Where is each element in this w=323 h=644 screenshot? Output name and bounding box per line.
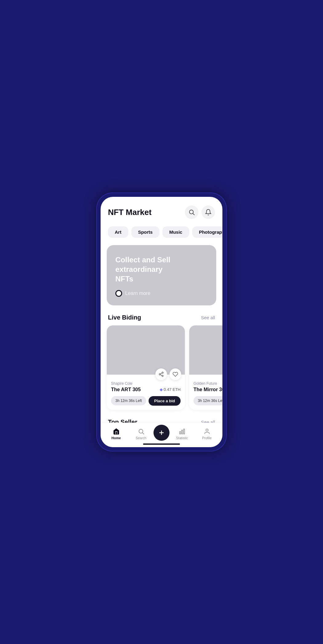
nav-profile-label: Profile (202, 436, 212, 440)
nav-statistic-label: Statistic (176, 436, 188, 440)
search-header-icon (188, 209, 195, 216)
bid-card-1: Shapire Cole The ART 305 ◆ 0.47 ETH 3h 1… (107, 325, 185, 410)
statistic-icon-wrapper (178, 428, 186, 435)
nav-statistic[interactable]: Statistic (169, 428, 194, 440)
banner-title: Collect and Sell extraordinary NFTs (115, 255, 177, 284)
nav-home[interactable]: Home (104, 428, 129, 440)
app-title: NFT Market (108, 208, 152, 217)
bottom-nav: Home Search (101, 423, 222, 447)
live-biding-see-all[interactable]: See all (201, 315, 215, 320)
bid-card-actions-1 (155, 368, 181, 380)
promo-banner: Collect and Sell extraordinary NFTs Lear… (107, 245, 216, 305)
live-biding-header: Live Biding See all (101, 312, 222, 325)
bid-footer-1: 3h 12m 36s Left Place a bid (111, 396, 181, 406)
svg-point-14 (206, 429, 208, 431)
nav-profile[interactable]: Profile (194, 428, 219, 440)
app-header: NFT Market (101, 197, 222, 224)
main-scroll[interactable]: NFT Market (101, 197, 222, 447)
svg-line-8 (142, 433, 144, 434)
svg-rect-12 (181, 430, 183, 434)
category-photography[interactable]: Photography (192, 226, 222, 238)
bid-card-body-2: Golden Future The Mirror 306 ◆ 0.52 ETH … (189, 375, 222, 410)
svg-rect-11 (179, 431, 181, 434)
bell-icon (205, 209, 212, 216)
bid-timer-2: 3h 12m 36s Left (193, 396, 222, 405)
statistic-icon (179, 428, 185, 435)
nav-search[interactable]: Search (129, 428, 154, 440)
category-sports[interactable]: Sports (131, 226, 160, 238)
profile-icon (204, 428, 210, 435)
share-button-1[interactable] (155, 368, 167, 380)
bid-timer-1: 3h 12m 36s Left (111, 396, 146, 405)
bid-creator-2: Golden Future (193, 381, 222, 386)
banner-cta-text: Learn more (125, 291, 150, 296)
like-button-1[interactable] (169, 368, 181, 380)
heart-icon (173, 372, 178, 377)
bid-price-1: ◆ 0.47 ETH (160, 387, 181, 392)
svg-point-2 (162, 372, 163, 373)
biding-cards-scroll[interactable]: Shapire Cole The ART 305 ◆ 0.47 ETH 3h 1… (101, 325, 222, 416)
header-actions (185, 205, 215, 219)
svg-point-0 (189, 210, 193, 214)
phone-screen: NFT Market (101, 197, 222, 447)
plus-icon (158, 429, 165, 436)
bid-name-2: The Mirror 306 (193, 387, 222, 392)
svg-line-6 (160, 373, 162, 374)
notification-button[interactable] (201, 205, 215, 219)
bid-footer-2: 3h 12m 36s Left (193, 396, 222, 405)
category-music[interactable]: Music (162, 226, 189, 238)
place-bid-button-1[interactable]: Place a bid (149, 396, 181, 406)
svg-rect-13 (183, 429, 185, 434)
category-art[interactable]: Art (108, 226, 128, 238)
svg-line-5 (160, 375, 162, 376)
search-header-button[interactable] (185, 205, 198, 219)
category-list: Art Sports Music Photography (101, 224, 222, 243)
nav-search-label: Search (136, 436, 146, 440)
phone-frame: NFT Market (97, 193, 226, 451)
home-icon (113, 428, 120, 435)
search-icon-wrapper (138, 428, 145, 435)
bid-name-1: The ART 305 (111, 387, 141, 392)
svg-point-3 (159, 373, 161, 375)
svg-line-1 (193, 213, 194, 215)
bid-creator-1: Shapire Cole (111, 381, 181, 386)
banner-dot-icon (115, 290, 122, 297)
nav-home-label: Home (111, 436, 121, 440)
bid-card-2: Golden Future The Mirror 306 ◆ 0.52 ETH … (189, 325, 222, 410)
bid-name-row-1: The ART 305 ◆ 0.47 ETH (111, 387, 181, 392)
nav-add-button[interactable] (154, 425, 169, 441)
search-nav-icon (138, 428, 145, 435)
profile-icon-wrapper (203, 428, 211, 435)
bid-card-image-2 (189, 325, 222, 375)
eth-icon-1: ◆ (160, 387, 163, 392)
banner-cta[interactable]: Learn more (115, 290, 208, 297)
home-icon-wrapper (113, 428, 120, 435)
svg-point-7 (139, 429, 143, 433)
bid-card-image-1 (107, 325, 185, 375)
svg-point-4 (162, 375, 163, 377)
share-icon (158, 372, 164, 377)
live-biding-title: Live Biding (108, 314, 141, 321)
home-indicator (143, 443, 180, 445)
bid-name-row-2: The Mirror 306 ◆ 0.52 ETH (193, 387, 222, 392)
